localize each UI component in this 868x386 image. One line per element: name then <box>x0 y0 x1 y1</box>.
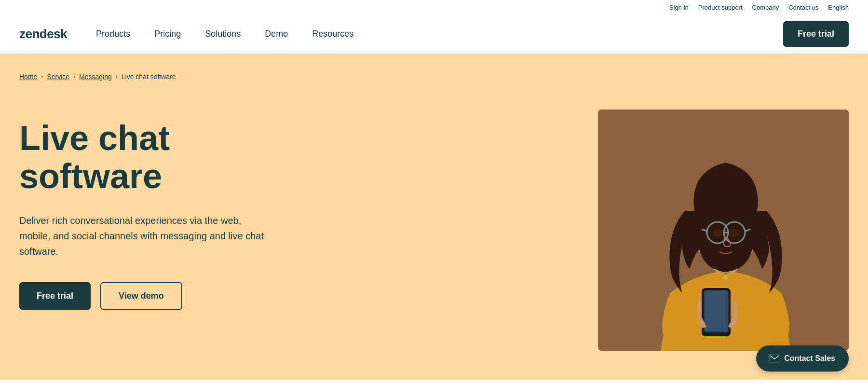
bottom-section: A guide to the 15 best live chat <box>0 380 868 386</box>
hero-description: Deliver rich conversational experiences … <box>19 213 270 259</box>
nav-demo[interactable]: Demo <box>265 29 288 39</box>
contact-sales-label: Contact Sales <box>784 354 835 363</box>
svg-point-14 <box>723 275 728 280</box>
language-selector[interactable]: English <box>828 4 849 11</box>
logo[interactable]: zendesk <box>19 27 67 41</box>
hero-section: Home › Service › Messaging › Live chat s… <box>0 54 868 380</box>
nav-solutions[interactable]: Solutions <box>205 29 241 39</box>
nav-free-trial-button[interactable]: Free trial <box>783 21 849 47</box>
nav-pricing[interactable]: Pricing <box>154 29 181 39</box>
hero-title: Live chat software <box>19 119 318 195</box>
nav-products[interactable]: Products <box>96 29 130 39</box>
hero-buttons: Free trial View demo <box>19 282 318 310</box>
hero-illustration <box>598 110 849 351</box>
svg-rect-13 <box>705 291 728 331</box>
signin-link[interactable]: Sign in <box>669 4 689 11</box>
breadcrumb-separator-2: › <box>73 73 75 80</box>
nav-resources[interactable]: Resources <box>312 29 353 39</box>
breadcrumb-separator-1: › <box>41 73 43 80</box>
contact-us-link[interactable]: Contact us <box>788 4 818 11</box>
breadcrumb-home[interactable]: Home <box>19 73 37 81</box>
top-utility-bar: Sign in Product support Company Contact … <box>0 0 868 15</box>
mail-icon <box>770 355 779 362</box>
company-link[interactable]: Company <box>752 4 779 11</box>
hero-text: Live chat software Deliver rich conversa… <box>19 110 318 310</box>
product-support-link[interactable]: Product support <box>698 4 743 11</box>
hero-content: Live chat software Deliver rich conversa… <box>19 110 849 351</box>
hero-view-demo-button[interactable]: View demo <box>100 282 182 310</box>
hero-image <box>598 110 849 351</box>
breadcrumb: Home › Service › Messaging › Live chat s… <box>19 73 849 81</box>
main-nav: zendesk Products Pricing Solutions Demo … <box>0 15 868 54</box>
svg-point-10 <box>730 229 739 237</box>
hero-free-trial-button[interactable]: Free trial <box>19 282 91 310</box>
svg-point-9 <box>713 229 722 237</box>
breadcrumb-current: Live chat software <box>122 73 176 81</box>
breadcrumb-separator-3: › <box>116 73 118 80</box>
breadcrumb-service[interactable]: Service <box>47 73 69 81</box>
svg-rect-15 <box>770 355 779 362</box>
nav-links: Products Pricing Solutions Demo Resource… <box>96 29 783 39</box>
breadcrumb-messaging[interactable]: Messaging <box>79 73 112 81</box>
contact-sales-button[interactable]: Contact Sales <box>756 345 849 372</box>
